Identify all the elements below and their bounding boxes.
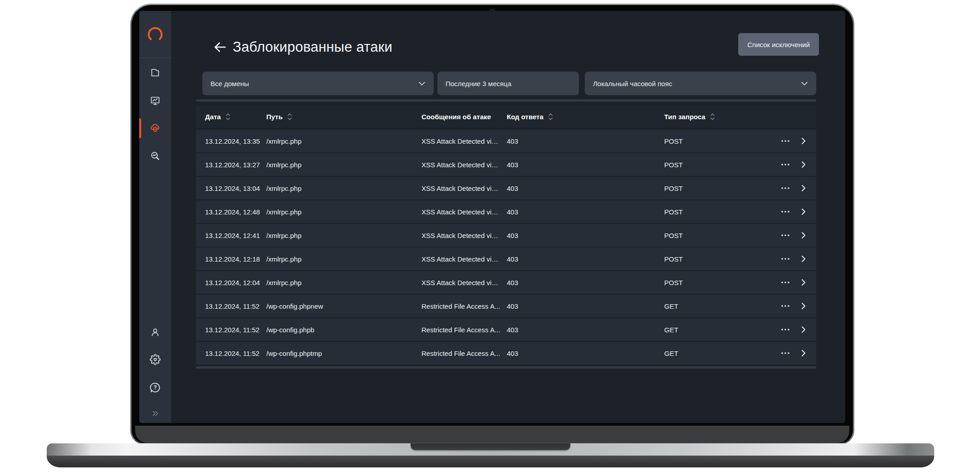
cell-actions: [775, 160, 816, 169]
laptop-lid: ? Заблокированн: [130, 4, 854, 444]
table-row[interactable]: 13.12.2024, 11:52 /wp-config.phpb Restri…: [196, 318, 816, 341]
row-menu-icon[interactable]: [781, 328, 790, 331]
table-row[interactable]: 13.12.2024, 13:04 /xmlrpc.php XSS Attack…: [196, 177, 816, 199]
cell-type: POST: [664, 208, 775, 216]
cell-date: 13.12.2024, 12:48: [196, 208, 266, 216]
cell-message: XSS Attack Detected via...: [421, 232, 507, 239]
sidebar-item-help[interactable]: ?: [139, 377, 171, 398]
cell-message: XSS Attack Detected via...: [421, 137, 507, 145]
row-menu-icon[interactable]: [781, 257, 790, 260]
exceptions-list-button[interactable]: Список исключений: [738, 33, 819, 56]
table-header-row: Дата Путь Сообщения об ата: [196, 105, 816, 128]
gear-icon: [150, 354, 161, 365]
sidebar: ?: [139, 11, 171, 423]
cell-type: GET: [664, 350, 775, 357]
cell-path: /xmlrpc.php: [266, 255, 421, 263]
sort-icon[interactable]: [287, 113, 292, 121]
table-row[interactable]: 13.12.2024, 11:52 /wp-config.phpnew Rest…: [196, 295, 816, 317]
sort-icon[interactable]: [225, 113, 230, 121]
sidebar-item-protection[interactable]: [139, 117, 171, 139]
cell-date: 13.12.2024, 12:18: [196, 255, 266, 263]
table-scroll-track-top: [196, 99, 816, 102]
cell-actions: [775, 184, 816, 192]
row-menu-icon[interactable]: [781, 187, 790, 189]
cell-date: 13.12.2024, 12:04: [196, 279, 266, 287]
table-row[interactable]: 13.12.2024, 12:04 /xmlrpc.php XSS Attack…: [196, 271, 816, 294]
svg-text:?: ?: [153, 384, 157, 391]
column-header-label: Дата: [205, 113, 221, 121]
cell-path: /xmlrpc.php: [266, 137, 421, 145]
table-row[interactable]: 13.12.2024, 11:52 /wp-config.phptmp Rest…: [196, 342, 816, 364]
timezone-filter-value: Локальный часовой пояс: [593, 80, 672, 87]
row-menu-icon[interactable]: [781, 305, 790, 307]
table-row[interactable]: 13.12.2024, 13:35 /xmlrpc.php XSS Attack…: [196, 130, 816, 152]
cell-type: POST: [664, 232, 775, 239]
row-expand-chevron-icon[interactable]: [801, 160, 806, 169]
period-filter[interactable]: Последние 3 месяца: [437, 72, 579, 95]
row-expand-chevron-icon[interactable]: [801, 302, 806, 310]
cell-date: 13.12.2024, 12:41: [196, 232, 266, 239]
row-menu-icon[interactable]: [781, 140, 790, 142]
cell-path: /wp-config.phpb: [266, 326, 421, 334]
stage: ? Заблокированн: [0, 0, 980, 476]
row-expand-chevron-icon[interactable]: [801, 137, 806, 145]
timezone-filter-select[interactable]: Локальный часовой пояс: [585, 72, 816, 95]
cell-type: POST: [664, 185, 775, 192]
sidebar-item-account[interactable]: [139, 321, 171, 343]
sort-icon[interactable]: [710, 113, 715, 121]
row-expand-chevron-icon[interactable]: [801, 325, 806, 334]
cell-type: GET: [664, 302, 775, 310]
cell-path: /xmlrpc.php: [266, 232, 421, 239]
row-menu-icon[interactable]: [781, 234, 790, 237]
table-row[interactable]: 13.12.2024, 12:41 /xmlrpc.php XSS Attack…: [196, 224, 816, 247]
row-expand-chevron-icon[interactable]: [801, 349, 806, 357]
cell-actions: [775, 137, 816, 145]
row-menu-icon[interactable]: [781, 281, 790, 284]
sidebar-item-monitoring[interactable]: [139, 90, 171, 112]
app-screen: ? Заблокированн: [139, 11, 845, 423]
main-content: Заблокированные атаки Список исключений …: [171, 11, 845, 423]
row-expand-chevron-icon[interactable]: [801, 184, 806, 192]
cell-code: 403: [507, 279, 664, 287]
brand-logo[interactable]: [139, 11, 171, 58]
cell-code: 403: [507, 208, 664, 216]
back-button[interactable]: [211, 38, 229, 56]
cell-code: 403: [507, 137, 664, 145]
table-body: 13.12.2024, 13:35 /xmlrpc.php XSS Attack…: [196, 130, 816, 364]
cell-type: POST: [664, 255, 775, 263]
row-expand-chevron-icon[interactable]: [801, 278, 806, 287]
row-expand-chevron-icon[interactable]: [801, 255, 806, 263]
sidebar-item-projects[interactable]: [139, 62, 171, 83]
cell-path: /xmlrpc.php: [266, 185, 421, 192]
sidebar-item-settings[interactable]: [139, 349, 171, 370]
row-menu-icon[interactable]: [781, 352, 790, 355]
cell-type: GET: [664, 326, 775, 334]
cell-code: 403: [507, 302, 664, 310]
chevron-down-icon: [801, 81, 808, 86]
cell-code: 403: [507, 161, 664, 169]
table-row[interactable]: 13.12.2024, 12:18 /xmlrpc.php XSS Attack…: [196, 248, 816, 270]
cell-code: 403: [507, 350, 664, 357]
cell-path: /xmlrpc.php: [266, 161, 421, 169]
row-expand-chevron-icon[interactable]: [801, 231, 806, 239]
sidebar-collapse[interactable]: [139, 403, 171, 423]
cell-actions: [775, 302, 816, 310]
table-row[interactable]: 13.12.2024, 13:27 /xmlrpc.php XSS Attack…: [196, 153, 816, 176]
sidebar-item-analysis[interactable]: [139, 145, 171, 167]
cell-code: 403: [507, 255, 664, 263]
cell-type: POST: [664, 279, 775, 287]
row-expand-chevron-icon[interactable]: [801, 208, 806, 216]
cell-message: XSS Attack Detected via...: [421, 185, 507, 192]
domain-filter-select[interactable]: Все домены: [202, 72, 434, 95]
table-scroll-track-bottom[interactable]: [196, 366, 816, 369]
cell-actions: [775, 255, 816, 263]
cell-path: /xmlrpc.php: [266, 279, 421, 287]
row-menu-icon[interactable]: [781, 210, 790, 213]
cell-message: XSS Attack Detected via...: [421, 279, 507, 287]
table-row[interactable]: 13.12.2024, 12:48 /xmlrpc.php XSS Attack…: [196, 200, 816, 223]
row-menu-icon[interactable]: [781, 163, 790, 166]
cell-message: XSS Attack Detected via...: [421, 161, 507, 169]
sort-icon[interactable]: [548, 113, 553, 121]
laptop-hinge: [135, 426, 849, 443]
chevron-down-icon: [418, 81, 426, 86]
